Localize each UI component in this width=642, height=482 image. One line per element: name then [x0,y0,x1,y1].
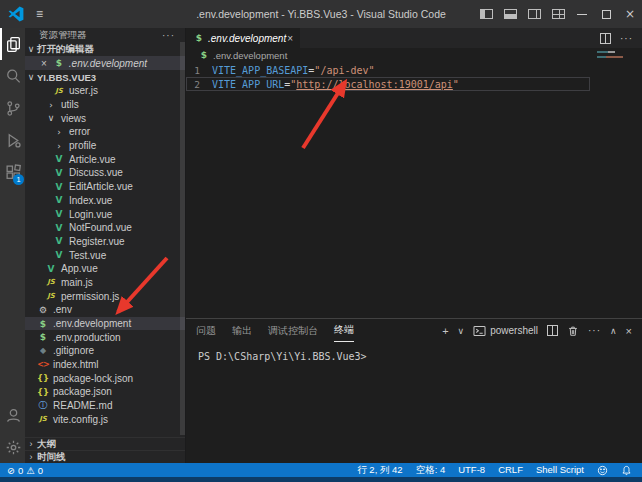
chevron-down-icon: ∨ [25,72,37,82]
status-item[interactable]: Shell Script [536,464,584,477]
breadcrumb[interactable]: $ .env.development [186,48,642,62]
code-line-1[interactable]: 1 VITE_APP_BASEAPI="/api-dev" [186,63,590,77]
minimap[interactable] [597,51,639,61]
tree-item-App.vue[interactable]: VApp.vue [25,262,185,276]
tree-item-label: error [69,126,90,137]
tree-item-profile[interactable]: ›profile [25,139,185,153]
close-button[interactable]: × [618,0,642,28]
tree-item-NotFound.vue[interactable]: VNotFound.vue [25,221,185,235]
menu-icon[interactable]: ≡ [36,7,43,21]
kill-terminal-trash-icon[interactable] [567,325,579,337]
status-item[interactable]: 行 2, 列 42 [357,464,402,477]
tree-item-README.md[interactable]: ⓘREADME.md [25,399,185,413]
code-line-2[interactable]: 2 VITE_APP_URL="http://localhost:19001/a… [186,77,590,91]
notifications-bell-icon[interactable] [621,465,632,476]
customize-layout-icon[interactable] [546,0,570,28]
js-icon: JS [53,87,65,95]
feedback-smiley-icon[interactable] [597,465,608,476]
settings-gear-icon[interactable] [0,431,25,463]
url-link[interactable]: http://localhost:19001/api [296,79,453,90]
open-editor-item-env-development[interactable]: × $ .env.development [25,56,185,70]
status-item[interactable]: 空格: 4 [416,464,446,477]
tree-item-utils[interactable]: ›utils [25,98,185,112]
window-bottom-edge [0,477,642,482]
json-icon: {} [37,387,49,397]
toggle-secondary-sidebar-icon[interactable] [522,0,546,28]
split-editor-icon[interactable] [600,33,611,44]
tree-item-.env[interactable]: ⚙.env [25,303,185,317]
shell-icon: $ [53,58,65,68]
status-item[interactable]: CRLF [498,464,523,477]
tree-item-.env.development[interactable]: $.env.development [25,317,185,331]
toggle-panel-icon[interactable] [498,0,522,28]
tree-item-vite.config.js[interactable]: JSvite.config.js [25,413,185,427]
tree-item-Article.vue[interactable]: VArticle.vue [25,152,185,166]
tree-item-.gitignore[interactable]: ◆.gitignore [25,344,185,358]
terminal-dropdown-icon[interactable]: ∨ [458,326,465,336]
terminal-instance-powershell[interactable]: powershell [473,325,538,337]
explorer-more-actions-icon[interactable]: ··· [162,30,175,41]
close-panel-icon[interactable]: × [626,325,632,337]
account-icon[interactable] [0,399,25,431]
editor-more-actions-icon[interactable]: ··· [620,33,633,44]
tree-item-package-lock.json[interactable]: {}package-lock.json [25,371,185,385]
tree-item-Register.vue[interactable]: VRegister.vue [25,235,185,249]
tree-item-user.js[interactable]: JSuser.js [25,84,185,98]
new-terminal-icon[interactable]: + [442,325,448,337]
close-icon[interactable]: × [41,58,47,69]
chevron-right-icon: › [25,452,37,462]
tree-item-label: permission.js [61,291,119,302]
tree-item-label: Article.vue [69,154,116,165]
tree-item-package.json[interactable]: {}package.json [25,385,185,399]
tree-item-Discuss.vue[interactable]: VDiscuss.vue [25,166,185,180]
outline-section-header[interactable]: › 大纲 [25,437,185,450]
terminal[interactable]: PS D:\CSharp\Yi\Yi.BBS.Vue3> [186,342,642,463]
tree-item-label: package-lock.json [53,373,133,384]
tree-item-error[interactable]: ›error [25,125,185,139]
extensions-icon[interactable]: 1 [0,156,25,188]
tree-item-main.js[interactable]: JSmain.js [25,276,185,290]
tree-item-label: user.js [69,85,98,96]
chevron-right-icon: › [25,439,37,449]
tree-item-label: .env.development [53,318,131,329]
panel-tab-终端[interactable]: 终端 [334,319,354,342]
status-item[interactable]: UTF-8 [458,464,485,477]
maximize-panel-icon[interactable]: ∧ [610,326,617,336]
split-terminal-icon[interactable] [547,325,558,336]
tree-item-views[interactable]: ∨views [25,111,185,125]
vue-icon: V [53,182,65,192]
git-icon: ◆ [37,346,49,355]
timeline-section-header[interactable]: › 时间线 [25,450,185,463]
maximize-button[interactable] [594,0,618,28]
tree-item-Login.vue[interactable]: VLogin.vue [25,207,185,221]
tab-env-development[interactable]: $ .env.development × [186,28,300,48]
vue-icon: V [53,154,65,164]
problems-status[interactable]: ⊘ 0 ⚠ 0 [0,465,43,476]
source-control-icon[interactable] [0,92,25,124]
tree-item-Test.vue[interactable]: VTest.vue [25,248,185,262]
tree-item-label: EditArticle.vue [69,181,133,192]
tree-item-permission.js[interactable]: JSpermission.js [25,289,185,303]
minimize-button[interactable] [570,0,594,28]
panel-tab-调试控制台[interactable]: 调试控制台 [268,319,318,342]
tree-item-EditArticle.vue[interactable]: VEditArticle.vue [25,180,185,194]
search-icon[interactable] [0,60,25,92]
open-editors-section-header[interactable]: ∨ 打开的编辑器 [25,42,185,56]
close-icon[interactable]: × [287,33,293,44]
explorer-icon[interactable] [0,28,25,60]
code-editor[interactable]: 1 VITE_APP_BASEAPI="/api-dev" 2 VITE_APP… [186,62,642,318]
tree-item-.env.production[interactable]: $.env.production [25,330,185,344]
tree-item-label: Login.vue [69,209,112,220]
project-section-header[interactable]: ∨ YI.BBS.VUE3 [25,70,185,84]
tree-item-index.html[interactable]: <>index.html [25,358,185,372]
panel-more-actions-icon[interactable]: ··· [588,325,601,336]
tree-item-label: views [61,113,86,124]
toggle-sidebar-icon[interactable] [474,0,498,28]
js-icon: JS [45,278,57,286]
vue-icon: V [53,223,65,233]
tree-item-Index.vue[interactable]: VIndex.vue [25,194,185,208]
tree-item-label: profile [69,140,96,151]
panel-tab-问题[interactable]: 问题 [196,319,216,342]
panel-tab-输出[interactable]: 输出 [232,319,252,342]
run-and-debug-icon[interactable] [0,124,25,156]
